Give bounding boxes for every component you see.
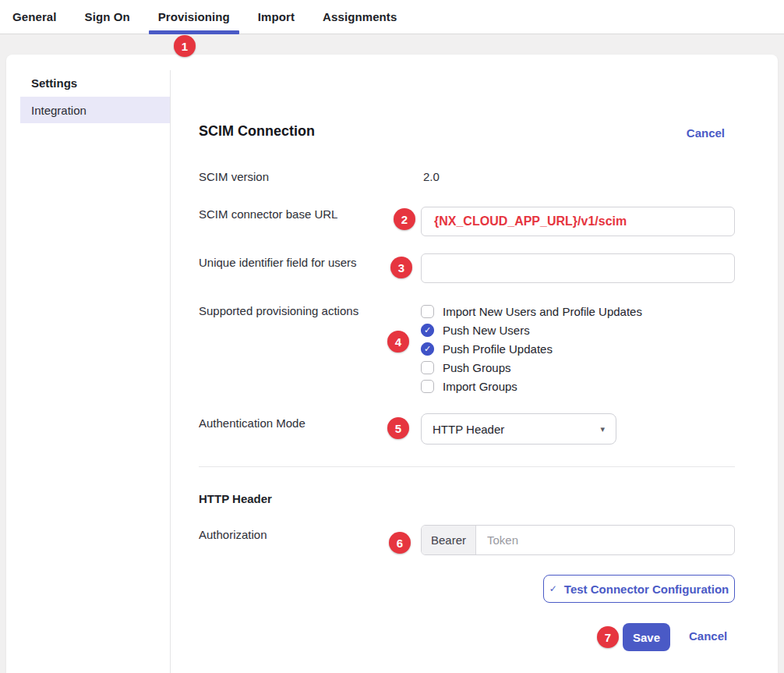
checkbox-row-push-groups[interactable]: Push Groups xyxy=(421,358,642,377)
sidebar-item-label: Integration xyxy=(31,104,87,117)
tab-general[interactable]: General xyxy=(3,0,66,34)
bearer-prefix: Bearer xyxy=(422,526,476,554)
sidebar-divider xyxy=(170,70,171,673)
token-input[interactable] xyxy=(476,526,734,554)
chevron-down-icon: ▾ xyxy=(600,424,605,434)
checkbox-push-new-users[interactable] xyxy=(421,324,434,337)
auth-mode-label: Authentication Mode xyxy=(199,416,305,431)
cancel-link-top[interactable]: Cancel xyxy=(687,126,725,140)
sidebar-item-integration[interactable]: Integration xyxy=(20,97,170,123)
app-tabbar: General Sign On Provisioning Import Assi… xyxy=(0,0,784,34)
scim-version-value: 2.0 xyxy=(423,169,440,185)
annotation-badge-7: 7 xyxy=(597,626,619,648)
tab-provisioning[interactable]: Provisioning xyxy=(149,0,239,34)
checkbox-label: Import New Users and Profile Updates xyxy=(443,305,642,318)
checkbox-label: Push Profile Updates xyxy=(443,342,553,356)
cancel-button[interactable]: Cancel xyxy=(689,629,727,643)
tab-sign-on[interactable]: Sign On xyxy=(76,0,139,34)
checkbox-row-import-groups[interactable]: Import Groups xyxy=(421,377,642,395)
annotation-badge-6: 6 xyxy=(389,532,411,554)
provisioning-actions-label: Supported provisioning actions xyxy=(199,303,358,319)
http-header-section-title: HTTP Header xyxy=(199,492,272,505)
scim-version-label: SCIM version xyxy=(199,169,269,185)
authorization-label: Authorization xyxy=(199,527,267,543)
unique-id-input[interactable] xyxy=(421,253,735,283)
checkbox-label: Import Groups xyxy=(443,380,517,393)
test-connector-label: Test Connector Configuration xyxy=(564,583,729,596)
test-connector-button[interactable]: ✓ Test Connector Configuration xyxy=(543,575,735,603)
main-panel: Settings Integration SCIM Connection Can… xyxy=(6,55,778,673)
tab-assignments[interactable]: Assignments xyxy=(313,0,406,34)
checkbox-import-new-users[interactable] xyxy=(421,305,434,318)
tab-import[interactable]: Import xyxy=(249,0,304,34)
page-title: SCIM Connection xyxy=(199,123,315,140)
auth-mode-select[interactable]: HTTP Header ▾ xyxy=(421,413,616,445)
auth-mode-value: HTTP Header xyxy=(433,423,504,436)
checkbox-import-groups[interactable] xyxy=(421,380,434,393)
checkbox-label: Push New Users xyxy=(443,324,530,337)
authorization-input-group: Bearer xyxy=(421,525,735,555)
checkbox-push-groups[interactable] xyxy=(421,361,434,374)
annotation-badge-1: 1 xyxy=(174,35,196,57)
base-url-label: SCIM connector base URL xyxy=(199,207,337,222)
checkbox-row-import-new-users[interactable]: Import New Users and Profile Updates xyxy=(421,302,642,321)
checkbox-push-profile-updates[interactable] xyxy=(421,342,434,356)
section-divider xyxy=(199,466,735,467)
base-url-input[interactable] xyxy=(421,207,735,236)
unique-id-label: Unique identifier field for users xyxy=(199,255,357,271)
annotation-badge-3: 3 xyxy=(390,257,412,278)
provisioning-actions-list: Import New Users and Profile Updates Pus… xyxy=(421,302,642,395)
check-icon: ✓ xyxy=(549,583,557,594)
checkbox-row-push-profile-updates[interactable]: Push Profile Updates xyxy=(421,339,642,358)
scim-connection-form: SCIM Connection Cancel SCIM version 2.0 … xyxy=(199,55,735,673)
save-button[interactable]: Save xyxy=(623,623,670,651)
checkbox-label: Push Groups xyxy=(443,361,511,374)
annotation-badge-2: 2 xyxy=(394,208,415,230)
checkbox-row-push-new-users[interactable]: Push New Users xyxy=(421,321,642,339)
sidebar-header-settings: Settings xyxy=(31,76,77,90)
annotation-badge-4: 4 xyxy=(387,331,409,352)
annotation-badge-5: 5 xyxy=(387,417,409,439)
